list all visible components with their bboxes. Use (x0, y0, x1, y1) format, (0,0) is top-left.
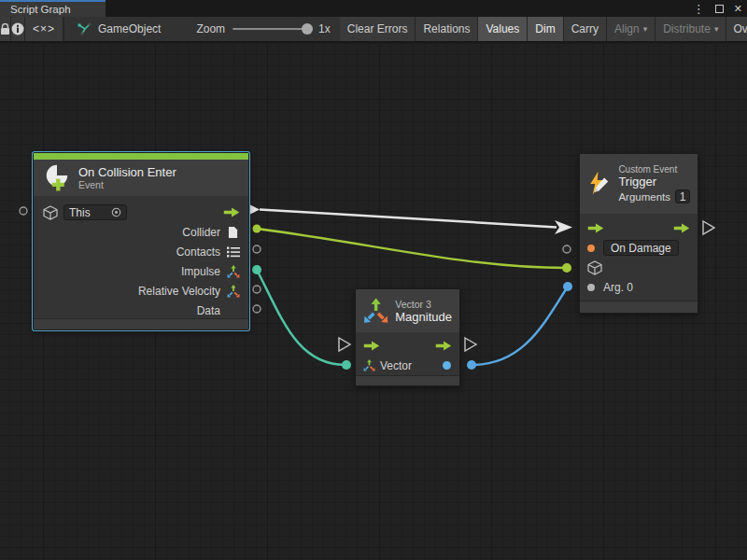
port-row-contacts[interactable]: Contacts (34, 242, 248, 261)
magnitude-flow-in-port[interactable] (339, 338, 350, 351)
event-node-title: On Collision Enter (78, 165, 176, 179)
self-target-field[interactable]: This (63, 204, 127, 220)
align-button[interactable]: Align ▾ (607, 17, 655, 41)
flow-in-arrow-icon[interactable] (587, 223, 604, 233)
trigger-kind-label: Custom Event (618, 164, 690, 175)
target-picker-icon[interactable] (111, 207, 121, 217)
trigger-target-input-port[interactable] (562, 263, 571, 273)
distribute-button[interactable]: Distribute ▾ (655, 17, 726, 41)
cube-icon (587, 260, 602, 275)
cube-icon (43, 205, 58, 220)
event-node-header: On Collision Enter Event (34, 160, 248, 196)
collider-output-port[interactable] (253, 225, 261, 233)
flow-out-arrow-icon[interactable] (435, 341, 452, 351)
clear-errors-button[interactable]: Clear Errors (340, 17, 416, 41)
maximize-icon[interactable] (715, 5, 724, 13)
overview-button[interactable]: Overv (726, 17, 747, 41)
event-node-body: This Collider (34, 196, 248, 320)
gameobject-context[interactable]: GameObject (64, 17, 170, 41)
event-node-accent-bar (34, 153, 248, 160)
port-row-event-name[interactable]: On Damage (580, 238, 698, 258)
graph-canvas[interactable]: On Collision Enter Event This (0, 43, 747, 560)
node-magnitude[interactable]: Vector 3 Magnitude (355, 288, 460, 386)
port-row-impulse[interactable]: Impulse (34, 261, 248, 281)
contacts-output-port[interactable] (253, 245, 261, 253)
vector-input-port[interactable] (342, 360, 351, 370)
gameobject-graph-icon (78, 22, 92, 35)
node-trigger-custom-event[interactable]: Custom Event Trigger Arguments 1 (579, 153, 698, 314)
trigger-node-body: On Damage Arg. 0 (580, 214, 698, 297)
flow-wire-arrowhead[interactable] (555, 220, 572, 234)
zoom-control: Zoom 1x (187, 17, 339, 41)
magnitude-node-title: Magnitude (395, 310, 452, 324)
script-graph-window: Script Graph ⋮ ✕ <×> (0, 0, 747, 560)
flow-wire[interactable] (260, 210, 557, 228)
arg0-input-port[interactable] (563, 282, 572, 291)
impulse-output-port[interactable] (252, 265, 261, 274)
magnitude-result-port[interactable] (443, 361, 451, 370)
event-node-footer (34, 318, 248, 329)
vector3-icon (227, 285, 240, 298)
tab-script-graph[interactable]: Script Graph (0, 0, 106, 17)
zoom-slider[interactable] (233, 28, 311, 30)
event-node-subtitle: Event (78, 179, 176, 190)
magnitude-node-footer (356, 375, 459, 385)
tab-bar: Script Graph ⋮ ✕ (0, 0, 747, 17)
zoom-slider-handle[interactable] (302, 23, 313, 35)
lock-button[interactable] (0, 17, 11, 41)
values-button[interactable]: Values (478, 17, 528, 41)
zoom-label: Zoom (196, 22, 225, 35)
event-name-port[interactable] (587, 245, 595, 252)
relative-velocity-output-port[interactable] (253, 286, 261, 293)
node-on-collision-enter[interactable]: On Collision Enter Event This (33, 152, 249, 330)
on-collision-enter-icon (43, 163, 71, 193)
flow-out-arrow-icon[interactable] (673, 223, 690, 233)
magnitude-type-label: Vector 3 (395, 299, 452, 310)
gameobject-label: GameObject (98, 22, 161, 35)
magnitude-node-body: Vector (356, 332, 459, 375)
magnitude-flow-out-port[interactable] (465, 338, 476, 351)
code-view-button[interactable]: <×> (25, 17, 63, 41)
trigger-node-header: Custom Event Trigger Arguments 1 (580, 154, 698, 214)
window-controls: ⋮ ✕ (693, 0, 742, 17)
menu-icon[interactable]: ⋮ (693, 3, 705, 15)
flow-in-arrow-icon[interactable] (363, 341, 380, 351)
collider-wire[interactable] (257, 229, 566, 268)
arguments-label: Arguments (618, 191, 670, 203)
vector3-icon (363, 296, 388, 326)
vector3-icon (363, 359, 375, 371)
port-row-target[interactable] (580, 258, 698, 277)
port-row-relative-velocity[interactable]: Relative Velocity (34, 281, 248, 301)
data-output-port[interactable] (253, 305, 261, 313)
trigger-flow-out-port[interactable] (703, 221, 714, 234)
tab-title: Script Graph (10, 4, 71, 15)
port-row-vector[interactable]: Vector (356, 356, 459, 375)
port-row-arg0[interactable]: Arg. 0 (580, 277, 698, 297)
dim-button[interactable]: Dim (528, 17, 563, 41)
on-damage-input-port[interactable] (563, 245, 571, 253)
chevron-down-icon: ▾ (714, 24, 719, 34)
arguments-count-field[interactable]: 1 (675, 189, 690, 203)
magnitude-node-header: Vector 3 Magnitude (356, 289, 459, 332)
flow-out-arrow-icon[interactable] (223, 207, 240, 217)
chevron-down-icon: ▾ (643, 24, 648, 34)
zoom-value: 1x (318, 22, 331, 35)
port-row-data[interactable]: Data (34, 301, 248, 320)
close-icon[interactable]: ✕ (734, 4, 742, 14)
info-button[interactable] (11, 17, 25, 41)
graph-toolbar: <×> GameObject Zoom 1x Clear Errors Rela… (0, 17, 747, 42)
carry-button[interactable]: Carry (564, 17, 607, 41)
port-row-collider[interactable]: Collider (34, 222, 248, 242)
trigger-node-title: Trigger (618, 175, 690, 189)
magnitude-wire[interactable] (472, 287, 568, 365)
arg0-port[interactable] (587, 284, 595, 291)
trigger-node-footer (580, 301, 698, 313)
info-icon (11, 22, 24, 35)
event-name-field[interactable]: On Damage (603, 240, 679, 256)
relations-button[interactable]: Relations (416, 17, 478, 41)
impulse-wire[interactable] (257, 270, 345, 365)
this-input-port[interactable] (20, 207, 27, 215)
magnitude-output-port[interactable] (467, 360, 476, 370)
lock-icon (0, 23, 10, 35)
custom-event-bolt-pencil-icon (587, 169, 612, 199)
